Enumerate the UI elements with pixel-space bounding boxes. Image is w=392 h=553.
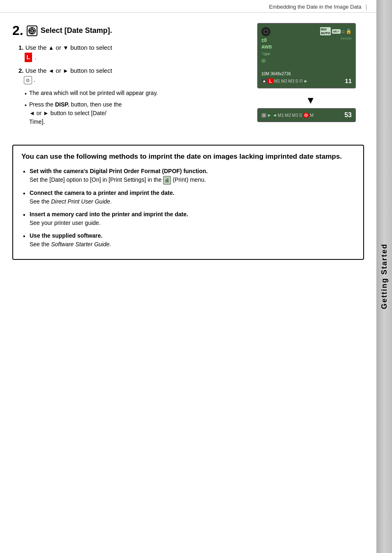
- svg-point-3: [31, 33, 32, 34]
- bullet-dot-1: •: [25, 90, 27, 98]
- sub-step-2: 2. Use the ◄ or ► button to select ⊙ .: [18, 66, 249, 85]
- l-highlight: L: [25, 53, 32, 62]
- svg-point-7: [265, 30, 267, 33]
- arrow-right-icon: ►: [63, 67, 69, 75]
- info-box: You can use the following methods to imp…: [12, 145, 364, 260]
- info-item-4: Use the supplied software. See the Softw…: [21, 231, 355, 249]
- step-heading: 2. Select [Date Stamp].: [12, 23, 249, 38]
- page-header: Embedding the Date in the Image Data | 2…: [0, 0, 392, 13]
- info-item-3-bold: Insert a memory card into the printer an…: [30, 211, 188, 217]
- info-item-2: Connect the camera to a printer and impr…: [21, 189, 355, 206]
- step-title: Select [Date Stamp].: [41, 26, 112, 35]
- info-list: Set with the camera's Digital Print Orde…: [21, 167, 355, 249]
- screen-top: ±0 AWB ↑OFF ◎ ISOAUTO 4A✓ □ 🔒: [261, 27, 352, 63]
- svg-point-2: [31, 27, 32, 28]
- sub-step-1: 1. Use the ▲ or ▼ button to select L .: [18, 43, 249, 62]
- info-item-2-text: See the Direct Print User Guide.: [30, 198, 112, 205]
- camera-screens: ±0 AWB ↑OFF ◎ ISOAUTO 4A✓ □ 🔒: [257, 23, 364, 128]
- info-item-1-text2: (Print) menu.: [173, 176, 206, 183]
- arrow-down-icon: ▼: [63, 44, 69, 52]
- info-item-4-bold: Use the supplied software.: [30, 232, 102, 239]
- down-arrow: ▼: [257, 95, 364, 106]
- header-divider: |: [366, 3, 367, 10]
- info-item-2-bold: Connect the camera to a printer and impr…: [30, 190, 174, 196]
- svg-point-1: [31, 30, 33, 32]
- svg-point-0: [29, 28, 35, 34]
- sidebar-label: Getting Started: [380, 243, 389, 309]
- info-item-1-bold: Set with the camera's Digital Print Orde…: [30, 168, 208, 174]
- main-content: 2. Select [Date Stamp].: [0, 19, 376, 260]
- date-stamp-icon: [27, 25, 37, 36]
- arrow-up-icon: ▲: [48, 44, 54, 52]
- sub-icon-box: ⊙: [24, 76, 32, 84]
- camera-screen-1: ±0 AWB ↑OFF ◎ ISOAUTO 4A✓ □ 🔒: [257, 23, 356, 88]
- sub-steps: 1. Use the ▲ or ▼ button to select L . 2…: [18, 43, 249, 126]
- bullet-text-1: The area which will not be printed will …: [29, 89, 158, 98]
- bullet-list: • The area which will not be printed wil…: [25, 89, 249, 126]
- substep-1-num: 1. Use the: [18, 44, 48, 51]
- sidebar: Getting Started: [376, 0, 392, 553]
- or-text-2: or: [56, 67, 63, 74]
- bullet-item-2: • Press the DISP. button, then use the ◄…: [25, 100, 249, 126]
- screen-resolution-row: 10M 3648x2736 ▲ L M1 M2 M3 S ⊙ ► 11: [261, 72, 352, 84]
- step-section: 2. Select [Date Stamp].: [0, 19, 376, 137]
- bullet-dot-2: •: [25, 101, 27, 126]
- page-title: Embedding the Date in the Image Data: [269, 4, 362, 10]
- arrow-left-icon: ◄: [48, 67, 54, 75]
- print-icon: 🖨: [163, 176, 171, 185]
- or-text-1: or: [56, 44, 63, 51]
- info-item-1-text: Set the [Date] option to [On] in [Print …: [30, 176, 163, 183]
- info-item-3-text: See your printer user guide.: [30, 220, 101, 226]
- step-number: 2.: [12, 23, 23, 38]
- info-box-title: You can use the following methods to imp…: [21, 152, 355, 162]
- camera-screen-2: ⊙ ► ◄ M1 M2 M3 S ⊙ M 53: [257, 108, 356, 122]
- info-item-3: Insert a memory card into the printer an…: [21, 210, 355, 227]
- info-item-1: Set with the camera's Digital Print Orde…: [21, 167, 355, 185]
- substep-2-num: 2. Use the: [18, 67, 48, 74]
- bullet-item-1: • The area which will not be printed wil…: [25, 89, 249, 98]
- info-item-4-text: See the Software Starter Guide.: [30, 241, 111, 248]
- instructions: 2. Select [Date Stamp].: [12, 23, 249, 128]
- bullet-text-2: Press the DISP. button, then use the ◄ o…: [29, 100, 122, 126]
